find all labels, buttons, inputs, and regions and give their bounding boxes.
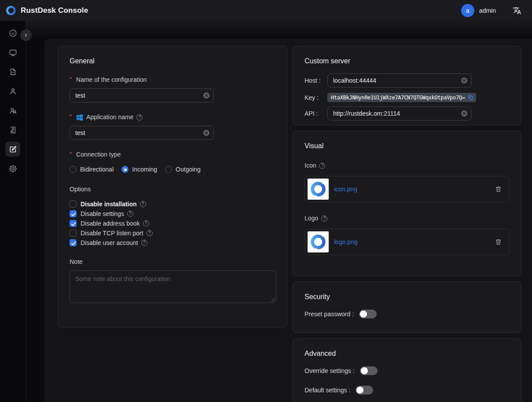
checkbox-disable-user-account[interactable]: Disable user account ? (70, 239, 275, 246)
override-settings-label: Override settings : (305, 367, 355, 374)
help-icon[interactable]: ? (143, 220, 149, 227)
override-settings-row: Override settings : (305, 366, 510, 375)
logo-file-link[interactable]: logo.png (334, 238, 358, 245)
app-title: RustDesk Console (21, 6, 88, 15)
preset-password-label: Preset password : (305, 311, 354, 318)
radio-incoming[interactable]: Incoming (121, 166, 157, 173)
content-panel: General Name of the configuration (44, 39, 532, 402)
checkbox-disable-address-book[interactable]: Disable address book ? (70, 220, 275, 227)
host-input[interactable] (327, 73, 472, 88)
name-input[interactable] (70, 88, 214, 102)
radio-circle[interactable] (121, 166, 128, 173)
options-checklist: Disable installation ? Disable settings … (70, 201, 275, 246)
document-icon (8, 67, 18, 77)
language-button[interactable] (513, 6, 522, 15)
radio-label: Outgoing (176, 166, 201, 173)
app-name-clear-button[interactable] (203, 130, 209, 136)
sidebar-item-users[interactable] (5, 84, 20, 99)
avatar[interactable]: a (461, 4, 474, 17)
name-label: Name of the configuration (70, 76, 275, 84)
security-card: Security Preset password : (293, 281, 521, 333)
body: General Name of the configuration (0, 21, 532, 402)
host-clear-button[interactable] (461, 77, 467, 84)
radio-label: Bidirectional (80, 166, 114, 173)
icon-label-text: Icon (305, 161, 316, 170)
rustdesk-logo-icon (309, 180, 327, 198)
radio-label: Incoming (132, 166, 157, 173)
user-name[interactable]: admin (479, 7, 496, 14)
topbar: RustDesk Console a admin (0, 0, 532, 21)
icon-delete-button[interactable] (495, 185, 502, 193)
help-icon[interactable]: ? (127, 211, 133, 217)
host-label: Host : (305, 77, 327, 84)
logo-delete-button[interactable] (495, 238, 502, 246)
checkbox-label: Disable TCP listen port (81, 230, 143, 237)
app-name-label-text: Application name (86, 113, 133, 121)
checkbox-disable-installation[interactable]: Disable installation ? (70, 201, 275, 208)
sidebar-item-devices[interactable] (5, 45, 20, 60)
icon-file-box: icon.png (305, 176, 510, 202)
sidebar-item-documents[interactable] (5, 64, 20, 79)
api-input[interactable] (327, 106, 472, 121)
radio-circle[interactable] (70, 166, 77, 173)
key-value: HtaXBkJNHyn0e1U1jWXze7A7CN7QTGWqxkOtpaVp… (331, 95, 465, 101)
connection-type-label: Connection type (70, 150, 275, 159)
custom-server-card: Custom server Host : (293, 46, 521, 125)
rustdesk-logo-icon (309, 233, 327, 251)
radio-outgoing[interactable]: Outgoing (165, 166, 201, 173)
sidebar-item-custom-client[interactable] (5, 142, 20, 157)
preset-password-toggle[interactable] (359, 310, 377, 318)
logo-help-icon[interactable]: ? (321, 216, 327, 222)
sidebar-item-audit[interactable] (5, 122, 20, 137)
default-settings-toggle[interactable] (356, 386, 373, 395)
checkbox-disable-settings[interactable]: Disable settings ? (70, 210, 275, 217)
chevron-right-icon (23, 32, 29, 38)
clear-icon (462, 112, 466, 115)
radio-circle[interactable] (165, 166, 172, 173)
name-label-text: Name of the configuration (76, 76, 147, 84)
user-icon (8, 87, 18, 96)
name-input-wrap (70, 88, 214, 102)
checkbox-disable-tcp-listen-port[interactable]: Disable TCP listen port ? (70, 230, 275, 237)
note-textarea[interactable] (70, 270, 276, 303)
user-group-icon (8, 106, 18, 115)
checkbox-label: Disable address book (81, 220, 140, 227)
general-card: General Name of the configuration (58, 46, 287, 328)
monitor-icon (8, 48, 18, 57)
checkbox-box[interactable] (70, 201, 77, 208)
trash-icon (495, 185, 502, 193)
help-icon[interactable]: ? (147, 230, 153, 236)
key-row: Key : HtaXBkJNHyn0e1U1jWXze7A7CN7QTGWqxk… (305, 93, 510, 102)
sidebar-expand-button[interactable] (20, 29, 32, 41)
api-clear-button[interactable] (461, 110, 467, 117)
icon-file-link[interactable]: icon.png (334, 186, 357, 193)
options-label: Options (70, 185, 275, 194)
name-clear-button[interactable] (203, 92, 209, 99)
main-area: General Name of the configuration (26, 21, 532, 402)
checkbox-box[interactable] (70, 230, 77, 237)
override-settings-toggle[interactable] (360, 366, 378, 375)
help-icon[interactable]: ? (140, 201, 146, 207)
icon-help-icon[interactable]: ? (319, 163, 325, 169)
logo-label: Logo ? (305, 214, 510, 223)
checkbox-box[interactable] (70, 210, 77, 217)
copy-key-button[interactable] (467, 94, 474, 101)
app-name-label: Application name ? (70, 113, 275, 121)
clear-icon (205, 94, 208, 97)
checkbox-box[interactable] (70, 220, 77, 227)
help-icon[interactable]: ? (141, 240, 147, 246)
key-value-chip: HtaXBkJNHyn0e1U1jWXze7A7CN7QTGWqxkOtpaVp… (327, 93, 476, 102)
smiley-icon (8, 29, 18, 38)
advanced-title: Advanced (305, 349, 510, 358)
sidebar-item-welcome[interactable] (5, 26, 20, 40)
radio-bidirectional[interactable]: Bidirectional (70, 166, 114, 173)
checkbox-box[interactable] (70, 239, 77, 246)
connection-type-label-text: Connection type (76, 150, 121, 159)
brand: RustDesk Console (5, 5, 88, 16)
app-name-input[interactable] (70, 126, 214, 140)
checkbox-label: Disable settings (81, 210, 124, 217)
note-label-text: Note (70, 258, 83, 266)
sidebar-item-groups[interactable] (5, 103, 20, 118)
sidebar-item-settings[interactable] (5, 161, 20, 176)
app-name-help-icon[interactable]: ? (136, 114, 143, 121)
